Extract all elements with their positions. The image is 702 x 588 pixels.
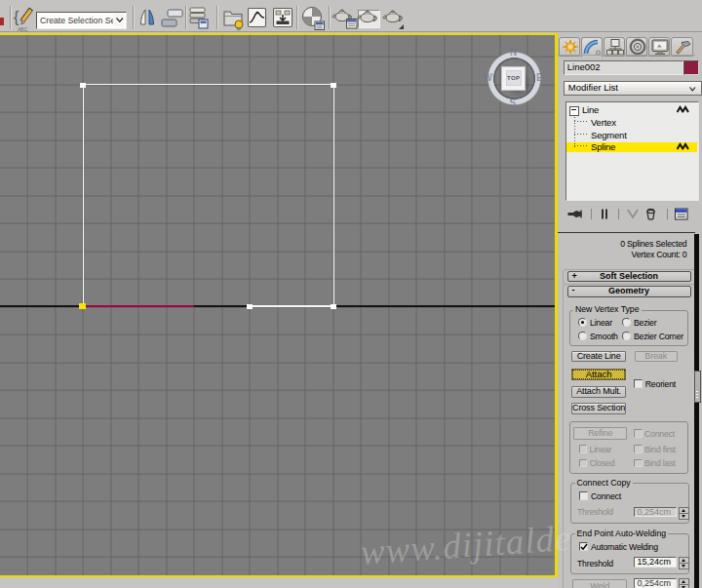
svg-text:ABC: ABC	[18, 26, 28, 32]
svg-text:{: {	[14, 9, 20, 25]
